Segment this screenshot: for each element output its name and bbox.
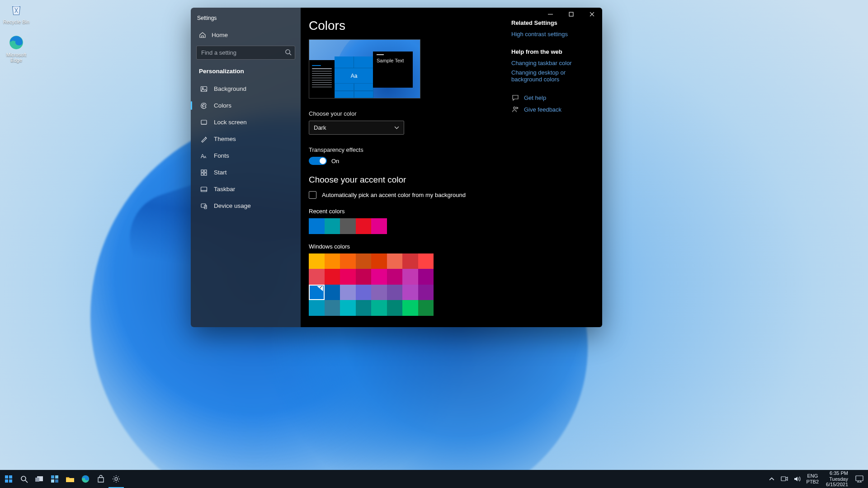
chat-icon xyxy=(511,94,519,102)
tray-volume-icon[interactable] xyxy=(791,470,803,488)
preview-sidebar xyxy=(309,60,335,98)
recycle-bin-icon xyxy=(9,2,24,17)
auto-accent-checkbox[interactable] xyxy=(309,191,316,199)
color-swatch[interactable] xyxy=(402,300,418,316)
link-desktop-colors[interactable]: Changing desktop or background colors xyxy=(511,69,595,83)
taskbar-icon xyxy=(200,185,208,193)
choose-color-select[interactable]: Dark xyxy=(309,121,404,135)
color-swatch[interactable] xyxy=(340,218,356,234)
link-give-feedback[interactable]: Give feedback xyxy=(524,106,561,113)
link-taskbar-color[interactable]: Changing taskbar color xyxy=(511,60,595,66)
nav-home[interactable]: Home xyxy=(194,27,297,43)
sidebar-item-device-usage[interactable]: Device usage xyxy=(194,198,297,214)
search-input[interactable] xyxy=(196,46,295,60)
tray-language[interactable]: ENG PTB2 xyxy=(804,473,822,484)
color-swatch[interactable] xyxy=(371,218,387,234)
color-swatch[interactable] xyxy=(356,300,372,316)
colors-icon xyxy=(200,102,208,109)
edge-taskbar-button[interactable] xyxy=(78,470,93,488)
search-icon xyxy=(285,49,292,56)
color-swatch[interactable] xyxy=(309,253,325,269)
color-swatch[interactable] xyxy=(387,285,403,300)
color-swatch[interactable] xyxy=(340,269,356,285)
minimize-button[interactable] xyxy=(540,8,561,20)
nav-home-label: Home xyxy=(212,32,228,38)
color-swatch[interactable] xyxy=(371,253,387,269)
recent-colors-label: Recent colors xyxy=(309,208,502,215)
sidebar-item-lock-screen[interactable]: Lock screen xyxy=(194,114,297,130)
color-swatch[interactable] xyxy=(371,269,387,285)
color-swatch[interactable] xyxy=(402,285,418,300)
task-view-button[interactable] xyxy=(32,470,47,488)
svg-rect-21 xyxy=(5,479,8,483)
auto-accent-label: Automatically pick an accent color from … xyxy=(322,192,466,198)
settings-aside: Related Settings High contrast settings … xyxy=(510,8,602,327)
fonts-icon: AA xyxy=(200,152,208,160)
svg-text:A: A xyxy=(204,155,207,159)
transparency-toggle[interactable] xyxy=(309,157,327,165)
preview-aa: Aa xyxy=(335,68,373,83)
color-swatch[interactable] xyxy=(325,269,340,285)
color-swatch[interactable] xyxy=(356,218,372,234)
taskbar-right: ENG PTB2 6:35 PM Tuesday 6/15/2021 xyxy=(766,470,868,488)
close-button[interactable] xyxy=(581,8,602,20)
settings-taskbar-button[interactable] xyxy=(108,470,124,488)
action-center-button[interactable] xyxy=(853,470,866,488)
color-swatch[interactable] xyxy=(371,285,387,300)
color-swatch[interactable] xyxy=(402,253,418,269)
taskbar-left xyxy=(0,470,124,488)
color-swatch[interactable] xyxy=(387,269,403,285)
color-swatch[interactable] xyxy=(309,269,325,285)
desktop-icon-recycle-bin[interactable]: Recycle Bin xyxy=(3,2,30,25)
file-explorer-button[interactable] xyxy=(62,470,78,488)
color-swatch[interactable] xyxy=(402,269,418,285)
color-swatch[interactable] xyxy=(325,285,340,300)
color-swatch[interactable] xyxy=(418,285,434,300)
color-swatch[interactable] xyxy=(340,285,356,300)
color-swatch[interactable] xyxy=(325,218,340,234)
sidebar-item-taskbar[interactable]: Taskbar xyxy=(194,181,297,197)
store-button[interactable] xyxy=(93,470,108,488)
sidebar-item-colors[interactable]: Colors xyxy=(194,98,297,113)
tray-lang-top: ENG xyxy=(807,473,818,479)
color-swatch[interactable] xyxy=(309,300,325,316)
sidebar-item-label: Device usage xyxy=(214,202,251,209)
sidebar-item-start[interactable]: Start xyxy=(194,164,297,180)
settings-sidebar: Settings Home Personalization Background… xyxy=(191,8,301,327)
color-swatch[interactable] xyxy=(309,285,325,300)
link-get-help[interactable]: Get help xyxy=(524,94,546,101)
widgets-button[interactable] xyxy=(47,470,62,488)
tray-meet-now-icon[interactable] xyxy=(778,470,790,488)
color-swatch[interactable] xyxy=(356,285,372,300)
color-swatch[interactable] xyxy=(371,300,387,316)
link-high-contrast[interactable]: High contrast settings xyxy=(511,31,595,38)
taskbar-search-button[interactable] xyxy=(16,470,32,488)
tray-overflow-button[interactable] xyxy=(766,470,778,488)
background-icon xyxy=(200,85,208,93)
feedback-icon xyxy=(511,105,519,113)
color-swatch[interactable] xyxy=(387,253,403,269)
color-swatch[interactable] xyxy=(309,218,325,234)
start-button[interactable] xyxy=(1,470,16,488)
sidebar-item-fonts[interactable]: AAFonts xyxy=(194,148,297,164)
sidebar-item-themes[interactable]: Themes xyxy=(194,131,297,147)
sidebar-item-background[interactable]: Background xyxy=(194,81,297,97)
desktop-icon-edge[interactable]: Microsoft Edge xyxy=(3,35,30,63)
color-swatch[interactable] xyxy=(418,253,434,269)
color-swatch[interactable] xyxy=(325,253,340,269)
color-swatch[interactable] xyxy=(340,300,356,316)
color-swatch[interactable] xyxy=(325,300,340,316)
tray-time: 6:35 PM xyxy=(830,470,848,476)
color-swatch[interactable] xyxy=(418,269,434,285)
window-controls xyxy=(540,8,602,20)
color-swatch[interactable] xyxy=(356,269,372,285)
color-swatch[interactable] xyxy=(340,253,356,269)
page-title: Colors xyxy=(309,19,502,33)
maximize-button[interactable] xyxy=(561,8,581,20)
color-swatch[interactable] xyxy=(387,300,403,316)
tray-clock[interactable]: 6:35 PM Tuesday 6/15/2021 xyxy=(822,470,852,488)
color-swatch[interactable] xyxy=(356,253,372,269)
related-settings-head: Related Settings xyxy=(511,19,595,26)
theme-preview: Aa Sample Text xyxy=(309,39,420,99)
color-swatch[interactable] xyxy=(418,300,434,316)
